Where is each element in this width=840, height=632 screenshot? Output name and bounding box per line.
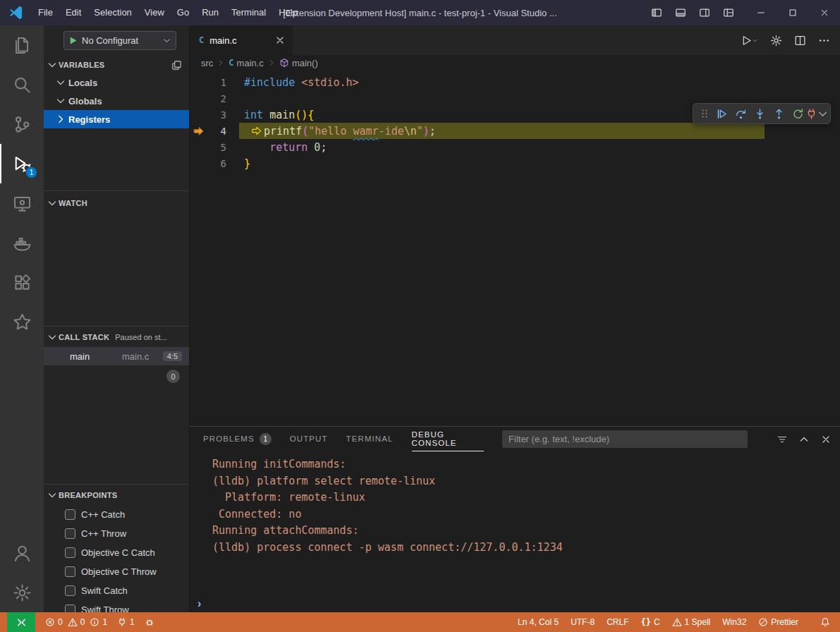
breakpoint-checkbox[interactable] [65, 566, 75, 577]
debug-start-icon[interactable] [68, 35, 78, 46]
menu-edit[interactable]: Edit [59, 0, 87, 25]
close-panel-icon[interactable] [820, 434, 832, 445]
layout-sidebar-button[interactable] [647, 4, 666, 22]
activity-bar-item-star[interactable] [0, 302, 44, 341]
cursor-position[interactable]: Ln 4, Col 5 [518, 617, 559, 627]
layout-secondary-button[interactable] [695, 4, 714, 22]
split-editor-button[interactable] [794, 35, 806, 47]
section-divider [44, 190, 189, 191]
menu-view[interactable]: View [138, 0, 171, 25]
activity-bar-item-extensions[interactable] [0, 262, 44, 302]
console-filter-input[interactable] [502, 430, 748, 448]
menu-selection[interactable]: Selection [87, 0, 138, 25]
settings-gear-button[interactable] [770, 35, 782, 47]
breakpoint-checkbox[interactable] [65, 585, 75, 596]
activity-bar-item-accounts[interactable] [0, 533, 44, 573]
menu-go[interactable]: Go [171, 0, 195, 25]
variables-section-header[interactable]: VARIABLES [44, 56, 189, 73]
breakpoint-objective-c-throw[interactable]: Objective C Throw [44, 562, 189, 581]
breakpoint-c-catch[interactable]: C++ Catch [44, 505, 189, 524]
eol-indicator[interactable]: CRLF [607, 617, 628, 627]
breakpoint-c-throw[interactable]: C++ Throw [44, 524, 189, 543]
breadcrumb-item-src[interactable]: src [200, 58, 214, 68]
settings-icon [770, 35, 782, 47]
breakpoint-checkbox[interactable] [65, 528, 75, 539]
breakpoint-label: C++ Throw [81, 528, 126, 539]
breakpoint-checkbox[interactable] [65, 547, 75, 558]
more-actions-button[interactable] [818, 35, 830, 47]
activity-bar-item-explorer[interactable] [0, 25, 44, 65]
continue-button[interactable] [712, 104, 731, 123]
breadcrumb-item-main[interactable]: main() [278, 58, 319, 68]
callstack-section-header[interactable]: CALL STACK Paused on st... [44, 329, 189, 346]
panel-tab-debug-console[interactable]: DEBUG CONSOLE [412, 427, 485, 451]
breakpoint-objective-c-catch[interactable]: Objective C Catch [44, 543, 189, 562]
step-into-button[interactable] [750, 104, 769, 123]
watch-section-header[interactable]: WATCH [44, 195, 189, 212]
step-out-button[interactable] [769, 104, 789, 123]
panel-tab-problems[interactable]: PROBLEMS1 [203, 427, 272, 451]
variables-row-locals[interactable]: Locals [44, 73, 189, 92]
breakpoint-checkbox[interactable] [65, 509, 75, 520]
code-line-1[interactable]: 1#include <stdio.h> [190, 74, 840, 90]
breakpoint-swift-catch[interactable]: Swift Catch [44, 581, 189, 600]
layout-customize-button[interactable] [719, 4, 738, 22]
step-over-button[interactable] [731, 104, 750, 123]
encoding-indicator[interactable]: UTF-8 [571, 617, 595, 627]
ports-status[interactable]: 1 [117, 617, 135, 627]
disconnect-button[interactable] [808, 104, 827, 123]
code-line-6[interactable]: 6} [190, 155, 840, 171]
filter-icon[interactable] [777, 434, 788, 445]
debug-config-dropdown[interactable]: No Configurat [63, 31, 176, 50]
chevron-right-icon [55, 114, 66, 125]
problems-status[interactable]: 001 [45, 617, 107, 627]
window-maximize-button[interactable] [777, 0, 808, 25]
spell-checker-status[interactable]: 1 Spell [672, 617, 711, 627]
chevron-down-icon [817, 108, 829, 120]
copy-icon[interactable] [171, 60, 182, 71]
chevron-right-icon [267, 59, 276, 67]
menu-file[interactable]: File [32, 0, 59, 25]
console-prompt[interactable]: › [190, 595, 840, 612]
breakpoint-label: Objective C Throw [81, 566, 157, 577]
tab-main-c[interactable]: C main.c [190, 25, 293, 55]
drag-handle-icon[interactable] [699, 108, 710, 119]
activity-bar-item-docker[interactable] [0, 223, 44, 262]
breakpoint-checkbox[interactable] [65, 604, 75, 612]
platform-indicator[interactable]: Win32 [722, 617, 746, 627]
language-mode[interactable]: {}C [640, 617, 659, 627]
info-count: 1 [102, 617, 107, 627]
panel-tab-terminal[interactable]: TERMINAL [346, 427, 394, 451]
breakpoint-swift-throw[interactable]: Swift Throw [44, 600, 189, 612]
remote-indicator[interactable] [7, 612, 35, 632]
prettier-status[interactable]: Prettier [758, 617, 798, 627]
code-line-5[interactable]: 5 return 0; [190, 139, 840, 155]
variables-rows: LocalsGlobalsRegisters [44, 73, 189, 128]
restart-button[interactable] [789, 104, 808, 123]
close-tab-icon[interactable] [274, 35, 286, 46]
activity-bar-item-remote-explorer[interactable] [0, 183, 44, 223]
breadcrumb-item-main-c[interactable]: Cmain.c [227, 58, 265, 68]
window-minimize-button[interactable] [745, 0, 777, 25]
debug-status-item[interactable] [145, 617, 154, 627]
chevron-down-icon [47, 59, 58, 71]
window-close-button[interactable] [808, 0, 840, 25]
maximize-panel-icon[interactable] [798, 434, 810, 445]
variables-row-globals[interactable]: Globals [44, 92, 189, 110]
breakpoint-gutter[interactable] [190, 126, 208, 137]
activity-bar-item-source-control[interactable] [0, 104, 44, 144]
layout-panel-button[interactable] [671, 4, 690, 22]
callstack-frame-row[interactable]: main main.c 4:5 [44, 347, 189, 365]
code-line-4[interactable]: 4 printf("hello wamr-ide\n"); [190, 123, 840, 139]
activity-bar-item-run-and-debug[interactable]: 1 [0, 144, 44, 183]
activity-bar-item-settings[interactable] [0, 573, 44, 612]
activity-bar-item-search[interactable] [0, 65, 44, 104]
run-file-button[interactable] [741, 35, 758, 47]
debug-console-output[interactable]: Running initCommands:(lldb) platform sel… [190, 451, 840, 595]
menu-run[interactable]: Run [195, 0, 225, 25]
menu-terminal[interactable]: Terminal [225, 0, 272, 25]
variables-row-registers[interactable]: Registers [44, 110, 189, 128]
panel-tab-output[interactable]: OUTPUT [290, 427, 328, 451]
notifications-bell[interactable] [820, 617, 830, 627]
breakpoints-section-header[interactable]: BREAKPOINTS [44, 487, 189, 504]
